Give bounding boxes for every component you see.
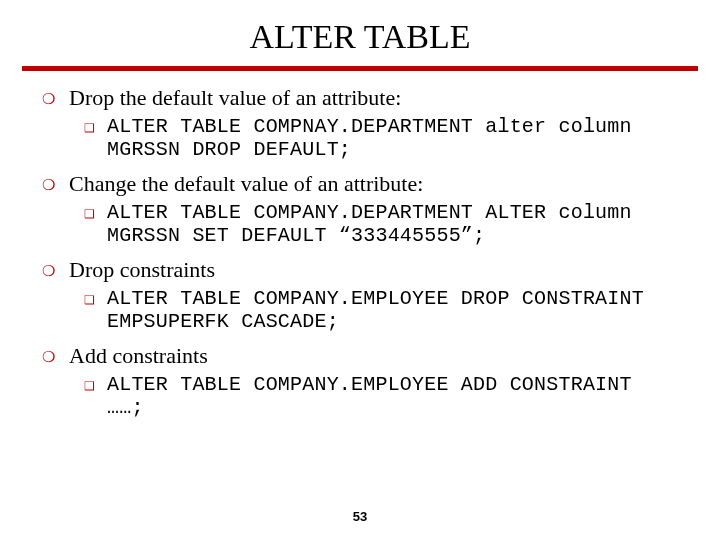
list-item-heading: Drop constraints [69, 257, 215, 283]
title-underline [22, 66, 698, 71]
square-bullet-icon: ❑ [84, 203, 95, 225]
slide-content: ❍ Drop the default value of an attribute… [0, 85, 720, 419]
list-subitem-code: ALTER TABLE COMPNAY.DEPARTMENT alter col… [107, 115, 678, 161]
list-subitem: ❑ ALTER TABLE COMPNAY.DEPARTMENT alter c… [84, 115, 678, 161]
list-subitem: ❑ ALTER TABLE COMPANY.DEPARTMENT ALTER c… [84, 201, 678, 247]
slide: ALTER TABLE ❍ Drop the default value of … [0, 0, 720, 540]
circle-bullet-icon: ❍ [42, 259, 55, 283]
list-item: ❍ Drop the default value of an attribute… [42, 85, 678, 111]
page-number: 53 [0, 509, 720, 524]
list-item: ❍ Drop constraints [42, 257, 678, 283]
list-subitem-code: ALTER TABLE COMPANY.DEPARTMENT ALTER col… [107, 201, 678, 247]
circle-bullet-icon: ❍ [42, 345, 55, 369]
circle-bullet-icon: ❍ [42, 87, 55, 111]
list-subitem-code: ALTER TABLE COMPANY.EMPLOYEE ADD CONSTRA… [107, 373, 678, 419]
slide-title: ALTER TABLE [0, 0, 720, 66]
list-subitem: ❑ ALTER TABLE COMPANY.EMPLOYEE ADD CONST… [84, 373, 678, 419]
list-item-heading: Drop the default value of an attribute: [69, 85, 401, 111]
list-item-heading: Change the default value of an attribute… [69, 171, 423, 197]
list-subitem-code: ALTER TABLE COMPANY.EMPLOYEE DROP CONSTR… [107, 287, 678, 333]
list-item-heading: Add constraints [69, 343, 208, 369]
list-item: ❍ Change the default value of an attribu… [42, 171, 678, 197]
list-item: ❍ Add constraints [42, 343, 678, 369]
square-bullet-icon: ❑ [84, 375, 95, 397]
square-bullet-icon: ❑ [84, 289, 95, 311]
list-subitem: ❑ ALTER TABLE COMPANY.EMPLOYEE DROP CONS… [84, 287, 678, 333]
circle-bullet-icon: ❍ [42, 173, 55, 197]
square-bullet-icon: ❑ [84, 117, 95, 139]
